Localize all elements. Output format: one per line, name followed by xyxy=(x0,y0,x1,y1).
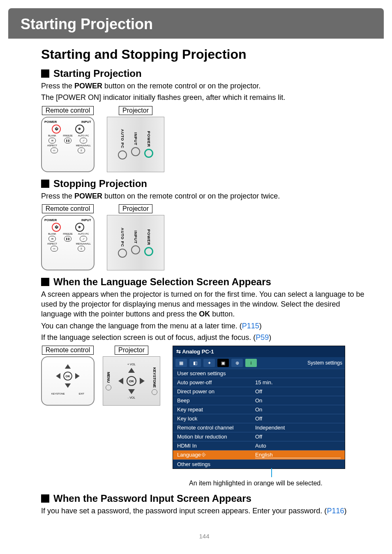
menu-tab-2-icon: ◧ xyxy=(189,359,201,367)
projector-nav-illustration: MENU + VOL OK xyxy=(103,356,160,406)
rc-input-button-icon-2: ⊕ xyxy=(75,223,84,232)
proj-input-button-icon-2 xyxy=(131,245,140,254)
projector-block-3: Projector MENU + VOL xyxy=(103,346,160,406)
sub-heading-starting: Starting Projection xyxy=(41,68,367,79)
pwd-p1: If you have set a password, the password… xyxy=(41,506,367,516)
rc-power-button-icon: ⏻ xyxy=(52,125,61,134)
menu-row-v xyxy=(255,370,341,376)
menu-row-v: Auto xyxy=(255,443,341,449)
lang-p1: A screen appears when the projector is t… xyxy=(41,289,367,319)
dpad-ok-button-icon: OK xyxy=(63,372,72,381)
rc-keystone-label: KEYSTONE xyxy=(51,392,65,395)
rc-input-label-2: INPUT xyxy=(81,218,91,222)
menu-row: Key repeatOn xyxy=(173,405,345,414)
menu-tab-5-icon: ⊕ xyxy=(231,359,243,367)
rc-freeze-button-icon-2: ❚❚ xyxy=(64,236,71,242)
proj-power-label-2: POWER xyxy=(147,229,151,245)
language-devices-row: Remote control OK KEYSTONE xyxy=(41,346,367,487)
menu-caption: An item highlighted in orange will be se… xyxy=(173,480,367,487)
starting-p1-bold: POWER xyxy=(74,82,102,90)
proj-dpad-ok-button-icon: OK xyxy=(127,376,136,386)
menu-row-v: Independent xyxy=(255,425,341,431)
remote-control-illustration: POWER INPUT ⏻ ⊕ BLANK FREEZE AUTO PC xyxy=(41,117,95,172)
menu-row: Motion blur reductionOff xyxy=(173,432,345,441)
dpad-down-icon xyxy=(65,383,71,388)
sub-heading-language: When the Language Selection Screen Appea… xyxy=(41,276,367,288)
square-bullet-icon xyxy=(41,69,49,78)
sub-heading-stopping-text: Stopping Projection xyxy=(53,178,147,189)
menu-row: Remote control channelIndependent xyxy=(173,423,345,432)
system-settings-menu: ⇆ Analog PC-1 ▦ ◧ ✦ ▣ ⊕ i System setting… xyxy=(173,346,345,469)
menu-tab-info-icon: i xyxy=(245,359,257,367)
menu-row-v: On xyxy=(255,397,341,404)
section-stopping: Stopping Projection Press the POWER butt… xyxy=(41,178,367,270)
lang-p1-bold: OK xyxy=(199,310,210,318)
proj-dpad-down-icon xyxy=(128,389,135,394)
remote-block-2: Remote control POWER INPUT ⏻ ⊕ BLANK FRE xyxy=(41,204,95,270)
remote-block: Remote control POWER INPUT ⏻ ⊕ BLANK FRE xyxy=(41,106,95,172)
starting-p2: The [POWER ON] indicator initially flash… xyxy=(41,92,367,102)
proj-keystone-button-icon xyxy=(152,389,157,395)
proj-input-label-2: INPUT xyxy=(134,231,138,244)
menu-row-k: Motion blur reduction xyxy=(177,434,255,440)
proj-keystone-label: KEYSTONE xyxy=(152,367,157,388)
rc-freeze-button-icon: ❚❚ xyxy=(64,138,71,143)
section-password: When the Password Input Screen Appears I… xyxy=(41,493,367,516)
menu-tabs: ▦ ◧ ✦ ▣ ⊕ i System settings xyxy=(173,357,345,369)
menu-body: User screen settings Auto power-off15 mi… xyxy=(173,369,345,469)
lang-p3-link[interactable]: P59 xyxy=(256,333,269,342)
rc-power-label: POWER xyxy=(44,120,57,124)
menu-row-k: HDMI In xyxy=(177,443,255,449)
menu-row: BeepOn xyxy=(173,396,345,405)
sub-heading-password-text: When the Password Input Screen Appears xyxy=(53,493,251,504)
projector-label: Projector xyxy=(119,106,152,115)
rc-blank-button-icon-2: ⊠ xyxy=(48,236,56,242)
rc-autopc-button-icon: ⤢ xyxy=(80,138,87,143)
remote-label-3: Remote control xyxy=(42,346,94,355)
stopping-p1: Press the POWER button on the remote con… xyxy=(41,191,367,201)
sub-heading-password: When the Password Input Screen Appears xyxy=(41,493,367,504)
proj-autopc-label-2: AUTO PC xyxy=(120,228,125,247)
dpad-left-icon xyxy=(56,373,60,379)
pwd-p1-a: If you have set a password, the password… xyxy=(41,507,327,515)
menu-row-v: 15 min. xyxy=(255,379,341,385)
proj-power-button-icon-2 xyxy=(144,247,153,256)
starting-devices-row: Remote control POWER INPUT ⏻ ⊕ BLANK FRE xyxy=(41,106,367,172)
rc-power-label-2: POWER xyxy=(44,218,57,222)
page-number: 144 xyxy=(41,533,367,540)
remote-block-3: Remote control OK KEYSTONE xyxy=(41,346,95,406)
stopping-p1-a: Press the xyxy=(41,192,74,200)
menu-row: User screen settings xyxy=(173,369,345,378)
menu-row-v: Off xyxy=(255,434,341,440)
remote-control-illustration-2: POWER INPUT ⏻ ⊕ BLANK FREEZE AUTO PC xyxy=(41,215,95,270)
title-bar-text: Starting Projection xyxy=(21,16,371,33)
main-heading: Starting and Stopping Projection xyxy=(41,47,367,62)
projector-label-3: Projector xyxy=(115,346,148,355)
proj-vol-down-label: - VOL xyxy=(128,396,135,399)
remote-nav-illustration: OK KEYSTONE EXIT xyxy=(41,356,95,406)
proj-autopc-button-icon xyxy=(118,150,127,159)
rc-aspect-button-icon-2: ▭ xyxy=(51,246,58,252)
projector-block: Projector AUTO PC INPUT POWER xyxy=(107,106,164,172)
stopping-devices-row: Remote control POWER INPUT ⏻ ⊕ BLANK FRE xyxy=(41,204,367,270)
menu-row-k: Direct power on xyxy=(177,388,255,395)
menu-row-highlighted: Language🞜English xyxy=(173,450,345,459)
proj-autopc-button-icon-2 xyxy=(118,249,127,258)
proj-dpad-right-icon xyxy=(140,378,145,384)
menu-hl-k: Language🞜 xyxy=(177,452,255,458)
rc-aspect-button-icon: ▭ xyxy=(51,148,58,153)
menu-title-icon: ⇆ xyxy=(176,349,181,355)
menu-row-k: Key lock xyxy=(177,416,255,422)
menu-title: ⇆ Analog PC-1 xyxy=(173,346,345,357)
square-bullet-icon xyxy=(41,180,49,188)
lang-p2-link[interactable]: P115 xyxy=(242,322,259,330)
remote-label-2: Remote control xyxy=(42,204,94,213)
square-bullet-icon xyxy=(41,494,49,503)
proj-dpad-left-icon xyxy=(118,378,123,384)
proj-dpad-up-icon xyxy=(128,368,135,373)
menu-tab-4-icon: ▣ xyxy=(217,359,229,367)
starting-p1-a: Press the xyxy=(41,82,74,90)
section-language: When the Language Selection Screen Appea… xyxy=(41,276,367,487)
menu-row: Direct power onOff xyxy=(173,387,345,396)
pwd-p1-link[interactable]: P116 xyxy=(327,507,344,515)
